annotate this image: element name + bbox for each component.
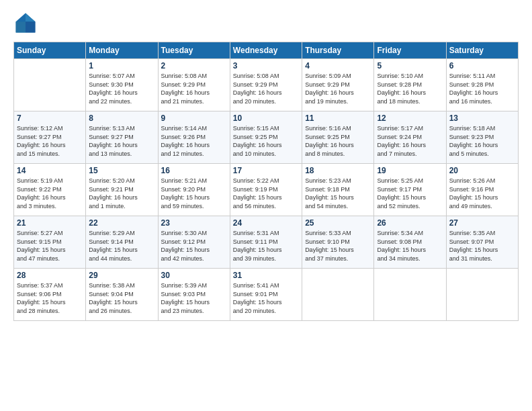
day-info: Sunrise: 5:10 AM Sunset: 9:28 PM Dayligh… bbox=[377, 72, 443, 105]
week-row-4: 21Sunrise: 5:27 AM Sunset: 9:15 PM Dayli… bbox=[14, 216, 519, 269]
day-number: 5 bbox=[377, 61, 443, 71]
day-number: 12 bbox=[377, 113, 443, 123]
day-info: Sunrise: 5:08 AM Sunset: 9:29 PM Dayligh… bbox=[161, 72, 227, 105]
day-info: Sunrise: 5:12 AM Sunset: 9:27 PM Dayligh… bbox=[17, 124, 83, 158]
day-number: 26 bbox=[377, 218, 443, 228]
weekday-header-tuesday: Tuesday bbox=[158, 42, 230, 59]
svg-marker-2 bbox=[26, 21, 35, 32]
day-info: Sunrise: 5:16 AM Sunset: 9:25 PM Dayligh… bbox=[305, 124, 371, 158]
day-number: 3 bbox=[233, 61, 299, 71]
day-info: Sunrise: 5:08 AM Sunset: 9:29 PM Dayligh… bbox=[233, 72, 299, 105]
weekday-header-friday: Friday bbox=[374, 42, 446, 59]
day-info: Sunrise: 5:19 AM Sunset: 9:22 PM Dayligh… bbox=[17, 177, 83, 210]
day-info: Sunrise: 5:26 AM Sunset: 9:16 PM Dayligh… bbox=[449, 177, 515, 210]
calendar-cell: 20Sunrise: 5:26 AM Sunset: 9:16 PM Dayli… bbox=[446, 164, 518, 216]
weekday-header-monday: Monday bbox=[86, 42, 158, 59]
weekday-header-saturday: Saturday bbox=[446, 42, 518, 59]
day-info: Sunrise: 5:07 AM Sunset: 9:30 PM Dayligh… bbox=[89, 72, 154, 105]
calendar-cell: 6Sunrise: 5:11 AM Sunset: 9:28 PM Daylig… bbox=[446, 59, 518, 111]
day-info: Sunrise: 5:15 AM Sunset: 9:25 PM Dayligh… bbox=[233, 124, 299, 158]
day-info: Sunrise: 5:20 AM Sunset: 9:21 PM Dayligh… bbox=[89, 177, 154, 210]
week-row-3: 14Sunrise: 5:19 AM Sunset: 9:22 PM Dayli… bbox=[14, 164, 519, 216]
calendar-cell: 25Sunrise: 5:33 AM Sunset: 9:10 PM Dayli… bbox=[302, 216, 374, 269]
day-info: Sunrise: 5:35 AM Sunset: 9:07 PM Dayligh… bbox=[449, 229, 515, 263]
calendar-cell: 14Sunrise: 5:19 AM Sunset: 9:22 PM Dayli… bbox=[14, 164, 86, 216]
svg-marker-1 bbox=[26, 13, 35, 22]
calendar-cell: 23Sunrise: 5:30 AM Sunset: 9:12 PM Dayli… bbox=[158, 216, 230, 269]
day-number: 15 bbox=[89, 166, 154, 175]
day-number: 29 bbox=[89, 271, 154, 280]
day-info: Sunrise: 5:34 AM Sunset: 9:08 PM Dayligh… bbox=[377, 229, 443, 263]
calendar-cell: 3Sunrise: 5:08 AM Sunset: 9:29 PM Daylig… bbox=[230, 59, 302, 111]
day-number: 17 bbox=[233, 166, 299, 175]
calendar-cell: 18Sunrise: 5:23 AM Sunset: 9:18 PM Dayli… bbox=[302, 164, 374, 216]
day-info: Sunrise: 5:33 AM Sunset: 9:10 PM Dayligh… bbox=[305, 229, 371, 263]
day-number: 21 bbox=[17, 218, 83, 228]
calendar-header: SundayMondayTuesdayWednesdayThursdayFrid… bbox=[14, 42, 519, 59]
calendar-cell: 8Sunrise: 5:13 AM Sunset: 9:27 PM Daylig… bbox=[86, 111, 158, 164]
calendar-cell bbox=[302, 269, 374, 321]
calendar-cell: 13Sunrise: 5:18 AM Sunset: 9:23 PM Dayli… bbox=[446, 111, 518, 164]
week-row-1: 1Sunrise: 5:07 AM Sunset: 9:30 PM Daylig… bbox=[14, 59, 519, 111]
calendar-cell: 15Sunrise: 5:20 AM Sunset: 9:21 PM Dayli… bbox=[86, 164, 158, 216]
day-number: 30 bbox=[161, 271, 227, 280]
logo bbox=[13, 11, 42, 35]
day-number: 20 bbox=[449, 166, 515, 175]
calendar-cell: 1Sunrise: 5:07 AM Sunset: 9:30 PM Daylig… bbox=[86, 59, 158, 111]
day-number: 18 bbox=[305, 166, 371, 175]
day-number: 14 bbox=[17, 166, 83, 175]
page-container: SundayMondayTuesdayWednesdayThursdayFrid… bbox=[0, 0, 532, 328]
day-info: Sunrise: 5:11 AM Sunset: 9:28 PM Dayligh… bbox=[449, 72, 515, 105]
calendar-cell: 5Sunrise: 5:10 AM Sunset: 9:28 PM Daylig… bbox=[374, 59, 446, 111]
calendar-cell: 4Sunrise: 5:09 AM Sunset: 9:29 PM Daylig… bbox=[302, 59, 374, 111]
calendar-cell: 9Sunrise: 5:14 AM Sunset: 9:26 PM Daylig… bbox=[158, 111, 230, 164]
calendar-cell: 16Sunrise: 5:21 AM Sunset: 9:20 PM Dayli… bbox=[158, 164, 230, 216]
calendar-cell: 19Sunrise: 5:25 AM Sunset: 9:17 PM Dayli… bbox=[374, 164, 446, 216]
calendar-cell: 29Sunrise: 5:38 AM Sunset: 9:04 PM Dayli… bbox=[86, 269, 158, 321]
day-info: Sunrise: 5:21 AM Sunset: 9:20 PM Dayligh… bbox=[161, 177, 227, 210]
weekday-header-sunday: Sunday bbox=[14, 42, 86, 59]
day-info: Sunrise: 5:27 AM Sunset: 9:15 PM Dayligh… bbox=[17, 229, 83, 263]
logo-icon bbox=[13, 11, 38, 35]
day-info: Sunrise: 5:18 AM Sunset: 9:23 PM Dayligh… bbox=[449, 124, 515, 158]
day-number: 10 bbox=[233, 113, 299, 123]
day-number: 13 bbox=[449, 113, 515, 123]
day-info: Sunrise: 5:30 AM Sunset: 9:12 PM Dayligh… bbox=[161, 229, 227, 263]
header bbox=[13, 11, 519, 35]
calendar-cell bbox=[374, 269, 446, 321]
day-number: 31 bbox=[233, 271, 299, 280]
day-number: 24 bbox=[233, 218, 299, 228]
day-info: Sunrise: 5:31 AM Sunset: 9:11 PM Dayligh… bbox=[233, 229, 299, 263]
calendar-cell bbox=[14, 59, 86, 111]
day-info: Sunrise: 5:29 AM Sunset: 9:14 PM Dayligh… bbox=[89, 229, 154, 263]
calendar-cell: 30Sunrise: 5:39 AM Sunset: 9:03 PM Dayli… bbox=[158, 269, 230, 321]
day-number: 11 bbox=[305, 113, 371, 123]
day-number: 6 bbox=[449, 61, 515, 71]
day-number: 9 bbox=[161, 113, 227, 123]
day-info: Sunrise: 5:38 AM Sunset: 9:04 PM Dayligh… bbox=[89, 281, 154, 315]
day-number: 19 bbox=[377, 166, 443, 175]
day-info: Sunrise: 5:23 AM Sunset: 9:18 PM Dayligh… bbox=[305, 177, 371, 210]
day-info: Sunrise: 5:14 AM Sunset: 9:26 PM Dayligh… bbox=[161, 124, 227, 158]
day-number: 7 bbox=[17, 113, 83, 123]
day-number: 22 bbox=[89, 218, 154, 228]
day-info: Sunrise: 5:22 AM Sunset: 9:19 PM Dayligh… bbox=[233, 177, 299, 210]
calendar-cell bbox=[446, 269, 518, 321]
day-number: 23 bbox=[161, 218, 227, 228]
weekday-header-wednesday: Wednesday bbox=[230, 42, 302, 59]
week-row-5: 28Sunrise: 5:37 AM Sunset: 9:06 PM Dayli… bbox=[14, 269, 519, 321]
weekday-header-thursday: Thursday bbox=[302, 42, 374, 59]
calendar-cell: 11Sunrise: 5:16 AM Sunset: 9:25 PM Dayli… bbox=[302, 111, 374, 164]
svg-marker-3 bbox=[16, 21, 26, 32]
day-info: Sunrise: 5:37 AM Sunset: 9:06 PM Dayligh… bbox=[17, 281, 83, 315]
calendar-cell: 22Sunrise: 5:29 AM Sunset: 9:14 PM Dayli… bbox=[86, 216, 158, 269]
day-number: 16 bbox=[161, 166, 227, 175]
calendar-cell: 21Sunrise: 5:27 AM Sunset: 9:15 PM Dayli… bbox=[14, 216, 86, 269]
day-info: Sunrise: 5:09 AM Sunset: 9:29 PM Dayligh… bbox=[305, 72, 371, 105]
calendar-table: SundayMondayTuesdayWednesdayThursdayFrid… bbox=[13, 42, 519, 321]
day-number: 2 bbox=[161, 61, 227, 71]
day-info: Sunrise: 5:17 AM Sunset: 9:24 PM Dayligh… bbox=[377, 124, 443, 158]
calendar-cell: 24Sunrise: 5:31 AM Sunset: 9:11 PM Dayli… bbox=[230, 216, 302, 269]
day-number: 28 bbox=[17, 271, 83, 280]
calendar-cell: 27Sunrise: 5:35 AM Sunset: 9:07 PM Dayli… bbox=[446, 216, 518, 269]
